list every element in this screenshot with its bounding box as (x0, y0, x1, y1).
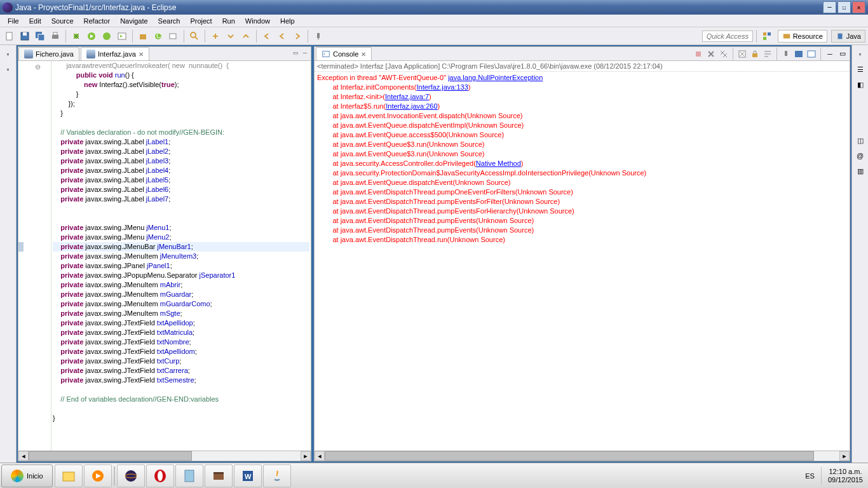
tab-fichero[interactable]: Fichero.java (18, 47, 79, 60)
task-media-player[interactable] (84, 464, 112, 487)
java-file-icon (86, 50, 95, 58)
task-word[interactable]: W (234, 464, 262, 487)
menu-source[interactable]: Source (46, 16, 79, 26)
maximize-button[interactable]: ☐ (837, 1, 851, 13)
svg-rect-11 (140, 34, 146, 39)
scroll-left-icon[interactable]: ◄ (315, 451, 325, 461)
svg-rect-20 (783, 34, 790, 38)
scroll-lock-button[interactable] (749, 48, 761, 60)
clear-console-button[interactable] (736, 48, 748, 60)
next-annotation-button[interactable] (224, 29, 238, 43)
save-button[interactable] (18, 29, 32, 43)
open-type-button[interactable] (166, 29, 180, 43)
scroll-right-icon[interactable]: ► (301, 451, 311, 461)
javadoc-button[interactable]: @ (854, 149, 867, 162)
menu-search[interactable]: Search (153, 16, 186, 26)
close-tab-icon[interactable]: ✕ (139, 51, 144, 58)
perspective-java[interactable]: Java (831, 30, 865, 43)
package-explorer-button[interactable]: ▫ (2, 63, 15, 76)
run-button[interactable] (85, 29, 98, 43)
task-list-button[interactable]: ☰ (854, 63, 867, 76)
pin-button[interactable] (311, 29, 325, 43)
open-console-button[interactable] (806, 48, 817, 60)
save-all-button[interactable] (33, 29, 47, 43)
scroll-thumb[interactable] (29, 451, 192, 461)
outline-button[interactable]: ◧ (854, 78, 867, 91)
scroll-thumb[interactable] (325, 451, 814, 461)
svg-rect-27 (795, 51, 803, 57)
search-button[interactable] (187, 29, 201, 43)
task-java[interactable] (263, 464, 291, 487)
minimize-button[interactable]: ─ (823, 1, 836, 13)
last-edit-button[interactable] (260, 29, 274, 43)
print-button[interactable] (48, 29, 62, 43)
task-eclipse[interactable] (117, 464, 145, 487)
code-editor[interactable]: ⊖ javarawtreventQueuerInvokeater( new nu… (18, 61, 311, 451)
console-min-button[interactable]: ─ (824, 48, 836, 60)
right-toolbar: ▫ ☰ ◧ ◫ @ ▥ (851, 45, 868, 463)
windows-orb-icon (11, 470, 24, 482)
quick-access-input[interactable] (702, 30, 753, 42)
language-indicator[interactable]: ES (805, 472, 815, 480)
menu-run[interactable]: Run (217, 16, 240, 26)
task-notepad[interactable] (175, 464, 203, 487)
console-hscroll[interactable]: ◄ ► (315, 451, 850, 461)
new-package-button[interactable] (136, 29, 150, 43)
problems-button[interactable]: ◫ (854, 134, 867, 147)
console-header: <terminated> Interfaz [Java Application]… (315, 61, 850, 72)
forward-button[interactable] (290, 29, 304, 43)
close-button[interactable]: ✕ (852, 1, 865, 13)
svg-rect-25 (752, 53, 757, 57)
restore-right-button[interactable]: ▫ (854, 48, 867, 60)
prev-annotation-button[interactable] (239, 29, 253, 43)
menu-edit[interactable]: Edit (24, 16, 46, 26)
menu-window[interactable]: Window (240, 16, 275, 26)
editor-minimize-icon[interactable]: ─ (301, 48, 309, 57)
remove-launch-button[interactable] (705, 48, 717, 60)
start-button[interactable]: Inicio (1, 464, 53, 487)
word-wrap-button[interactable] (762, 48, 773, 60)
new-button[interactable] (3, 29, 17, 43)
perspective-resource[interactable]: Resource (778, 30, 827, 43)
tab-console[interactable]: Console✕ (316, 47, 372, 60)
clock[interactable]: 12:10 a.m. 09/12/2015 (828, 468, 863, 484)
coverage-button[interactable] (100, 29, 114, 43)
new-class-button[interactable]: C (151, 29, 165, 43)
svg-rect-23 (696, 51, 701, 57)
remove-all-button[interactable] (718, 48, 729, 60)
declaration-button[interactable]: ▥ (854, 165, 867, 177)
terminate-button[interactable] (693, 48, 704, 60)
menu-bar: File Edit Source Refactor Navigate Searc… (0, 15, 868, 27)
pin-console-button[interactable] (780, 48, 792, 60)
editor-maximize-icon[interactable]: ▭ (291, 48, 300, 57)
editor-hscroll[interactable]: ◄ ► (18, 451, 311, 461)
run-ext-button[interactable] (115, 29, 129, 43)
system-tray: ES 12:10 a.m. 09/12/2015 (800, 467, 868, 485)
editor-tabs: Fichero.java Interfaz.java✕ ▭ ─ (18, 47, 311, 61)
task-winrar[interactable] (205, 464, 233, 487)
svg-text:C: C (156, 32, 161, 39)
menu-help[interactable]: Help (275, 16, 300, 26)
console-icon (322, 50, 330, 58)
toggle-mark-button[interactable] (208, 29, 222, 43)
close-console-icon[interactable]: ✕ (361, 51, 366, 58)
debug-button[interactable] (69, 29, 83, 43)
scroll-left-icon[interactable]: ◄ (18, 451, 29, 461)
menu-project[interactable]: Project (185, 16, 217, 26)
back-button[interactable] (275, 29, 289, 43)
task-explorer[interactable] (55, 464, 83, 487)
display-console-button[interactable] (793, 48, 804, 60)
svg-rect-22 (323, 51, 330, 57)
open-perspective-button[interactable] (760, 29, 774, 43)
menu-file[interactable]: File (3, 16, 24, 26)
console-output[interactable]: Exception in thread "AWT-EventQueue-0" j… (315, 72, 850, 451)
svg-rect-2 (23, 32, 27, 36)
tab-interfaz[interactable]: Interfaz.java✕ (81, 47, 149, 60)
menu-refactor[interactable]: Refactor (79, 16, 116, 26)
menu-navigate[interactable]: Navigate (115, 16, 153, 26)
console-max-button[interactable]: ▭ (837, 48, 848, 60)
restore-view-button[interactable]: ▫ (2, 48, 15, 60)
scroll-right-icon[interactable]: ► (839, 451, 850, 461)
task-opera[interactable] (146, 464, 174, 487)
clock-time: 12:10 a.m. (828, 468, 863, 476)
